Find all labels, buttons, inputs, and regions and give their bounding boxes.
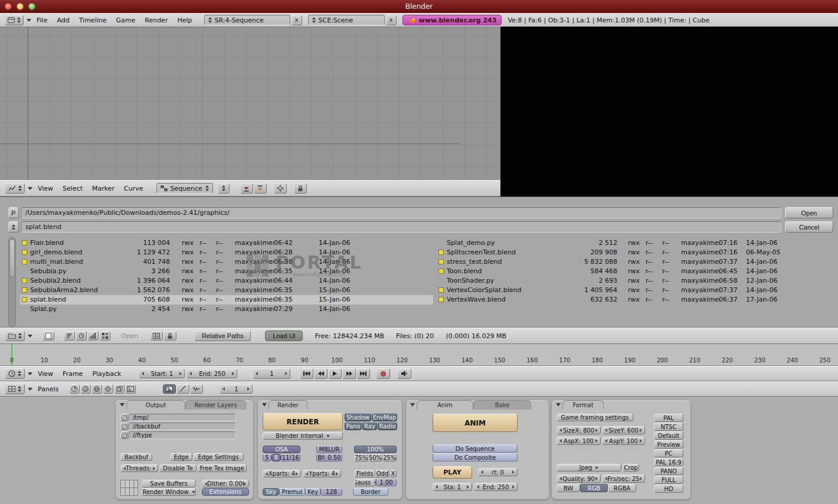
- game-framing-settings-button[interactable]: Game framing settings: [557, 414, 633, 421]
- output-dir-field[interactable]: /tmp/: [129, 414, 236, 421]
- header-collapse-icon[interactable]: [28, 187, 32, 190]
- backbuf-path-field[interactable]: //backbuf: [129, 423, 236, 430]
- preview-viewport[interactable]: [500, 27, 838, 197]
- collapse-triangle-icon[interactable]: [262, 403, 267, 407]
- start-frame-field[interactable]: Start: 1: [139, 369, 185, 378]
- header-stepper-button[interactable]: [218, 183, 230, 194]
- do-sequence-toggle[interactable]: Do Sequence: [433, 444, 518, 453]
- editing-context-button[interactable]: [114, 384, 125, 394]
- menu-item[interactable]: View: [38, 185, 53, 192]
- sort-alphabetical-button[interactable]: [64, 331, 75, 341]
- blur-factor-field[interactable]: Bf: 0.50: [316, 454, 342, 462]
- framerate-field[interactable]: Frs/sec: 25: [602, 474, 645, 483]
- previous-paths-button[interactable]: [8, 221, 19, 233]
- file-row[interactable]: girl_demo.blend 1 129 472 rwx r-- r-- ma…: [20, 248, 433, 257]
- object-context-button[interactable]: [103, 384, 113, 394]
- list-details-button[interactable]: [150, 331, 163, 341]
- border-toggle[interactable]: Border: [353, 488, 388, 496]
- menu-item[interactable]: Curve: [124, 185, 143, 192]
- blender-version-badge[interactable]: www.blender.org 243: [402, 15, 502, 25]
- envmap-toggle[interactable]: EnvMap: [372, 413, 397, 421]
- bw-toggle[interactable]: BW: [557, 484, 580, 492]
- snap-up-button[interactable]: [254, 183, 267, 194]
- size-25-button[interactable]: 25%: [382, 454, 397, 462]
- script-context-button[interactable]: [80, 384, 91, 394]
- header-collapse-icon[interactable]: [28, 335, 32, 338]
- format-preset-button[interactable]: NTSC: [654, 423, 683, 431]
- anim-button[interactable]: ANIM: [433, 414, 518, 432]
- sizex-field[interactable]: SizeX: 800: [557, 426, 601, 434]
- aspx-field[interactable]: AspX: 100: [557, 437, 601, 445]
- window-type-button[interactable]: [5, 15, 24, 25]
- screen-selector[interactable]: SR:4-Sequence: [204, 15, 290, 25]
- sort-extension-button[interactable]: [99, 331, 110, 341]
- shading-context-button[interactable]: [91, 384, 102, 394]
- format-preset-button[interactable]: Default: [654, 431, 683, 440]
- file-row[interactable]: VertexWave.blend 632 632 rwx r-- r-- max…: [437, 295, 836, 305]
- menu-item[interactable]: File: [37, 17, 47, 24]
- ftype-path-field[interactable]: //ftype: [129, 431, 236, 439]
- step-forward-button[interactable]: [342, 368, 356, 379]
- file-format-menu[interactable]: Jpeg: [557, 464, 621, 472]
- play-animation-button[interactable]: PLAY: [433, 466, 472, 479]
- tab-output[interactable]: Output: [126, 400, 185, 410]
- panels-menu[interactable]: Panels: [38, 385, 58, 393]
- render-button[interactable]: RENDER: [263, 413, 343, 430]
- render-engine-menu[interactable]: Blender Internal: [263, 432, 343, 440]
- render-subcontext-button[interactable]: [163, 384, 176, 394]
- size-75-button[interactable]: 75%: [354, 454, 368, 462]
- filename-field[interactable]: splat.blend: [21, 221, 781, 233]
- file-row[interactable]: VertexColorSplat.blend 1 405 964 rwx r--…: [437, 286, 836, 295]
- file-row[interactable]: SebublaArma2.blend 1 562 076 rwx r-- r--…: [20, 286, 433, 295]
- snap-down-button[interactable]: [240, 183, 253, 194]
- premul-toggle[interactable]: Premul: [279, 488, 305, 496]
- free-tex-images-toggle[interactable]: Free Tex Image: [197, 464, 247, 472]
- backbuf-toggle[interactable]: Backbuf: [120, 453, 152, 461]
- end-frame-field[interactable]: End: 250: [186, 369, 237, 378]
- threads-field[interactable]: Threads: 1: [120, 464, 158, 472]
- file-row[interactable]: Sebubla.py 3 266 rwx r-- r-- maxyakimenk…: [20, 267, 433, 276]
- radio-toggle[interactable]: Radio: [378, 422, 397, 430]
- timeline-ruler[interactable]: 0102030405060708090100110120130140150160…: [0, 344, 838, 366]
- scene-selector[interactable]: SCE:Scene: [308, 15, 385, 25]
- backbuf-path-select-button[interactable]: [120, 423, 128, 430]
- file-row[interactable]: Splat_demo.py 2 512 rwx r-- r-- maxyakim…: [437, 238, 836, 248]
- open-button[interactable]: Open: [785, 207, 833, 218]
- format-preset-button[interactable]: PAL 16:9: [654, 458, 683, 466]
- format-preset-button[interactable]: Preview: [654, 440, 683, 449]
- file-row[interactable]: splat.blend 705 608 rwx r-- r-- maxyakim…: [20, 295, 433, 305]
- center-view-button[interactable]: [274, 183, 287, 194]
- edge-settings-button[interactable]: Edge Settings: [193, 453, 244, 461]
- render-display-menu[interactable]: Render Window: [142, 488, 196, 496]
- menu-item[interactable]: Frame: [63, 370, 83, 378]
- step-back-button[interactable]: [314, 368, 328, 379]
- load-ui-button[interactable]: Load UI: [265, 330, 303, 341]
- rgb-toggle[interactable]: RGB: [580, 484, 608, 492]
- rgba-toggle[interactable]: RGBA: [608, 484, 636, 492]
- header-collapse-icon[interactable]: [27, 19, 31, 22]
- header-collapse-icon[interactable]: [28, 372, 32, 375]
- file-row[interactable]: multi_mat.blend 401 748 rwx r-- r-- maxy…: [20, 257, 433, 267]
- menu-item[interactable]: Playback: [92, 370, 121, 378]
- collapse-triangle-icon[interactable]: [120, 403, 125, 407]
- menu-item[interactable]: Render: [145, 17, 168, 24]
- tab-format[interactable]: Format: [562, 400, 604, 410]
- output-path-select-button[interactable]: [120, 414, 128, 421]
- file-row[interactable]: Flair.blend 113 004 rwx r-- r-- maxyakim…: [20, 238, 433, 248]
- menu-item[interactable]: Game: [116, 17, 136, 24]
- shadow-toggle[interactable]: Shadow: [345, 413, 371, 421]
- save-buffers-toggle[interactable]: Save Buffers: [142, 480, 196, 487]
- sequencer-viewport[interactable]: [0, 27, 500, 180]
- mute-sound-button[interactable]: [397, 368, 411, 379]
- osa-8-button[interactable]: 8: [271, 454, 281, 462]
- screen-delete-button[interactable]: X: [292, 15, 302, 25]
- file-row[interactable]: ToonShader.py 2 693 rwx r-- r-- maxyakim…: [437, 276, 836, 286]
- lock-selection-button[interactable]: [163, 331, 176, 341]
- file-list-scrollbar[interactable]: [8, 237, 16, 327]
- size-50-button[interactable]: 50%: [368, 454, 382, 462]
- jump-to-end-button[interactable]: [356, 368, 370, 379]
- aspy-field[interactable]: AspY: 100: [602, 437, 645, 445]
- xparts-field[interactable]: Xparts: 4: [263, 470, 301, 477]
- parent-directory-button[interactable]: P: [8, 207, 19, 218]
- cancel-button[interactable]: Cancel: [785, 221, 833, 233]
